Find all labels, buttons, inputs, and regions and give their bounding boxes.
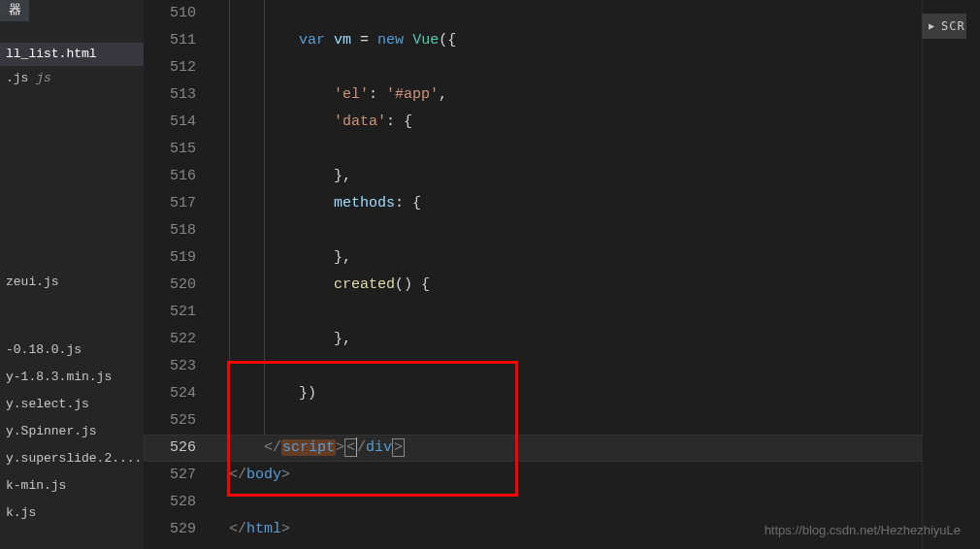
code-line xyxy=(229,353,980,380)
code-line: </script></div> xyxy=(229,435,980,462)
editor-right-lane xyxy=(922,0,980,549)
line-number: 522 xyxy=(144,326,213,353)
sidebar-chip: 器 xyxy=(0,0,29,21)
line-number: 526 xyxy=(144,435,213,462)
line-number: 521 xyxy=(144,299,213,326)
file-item[interactable]: y.select.js xyxy=(0,394,144,415)
line-number: 528 xyxy=(144,489,213,516)
code-line: var vm = new Vue({ xyxy=(229,27,980,54)
line-number: 512 xyxy=(144,54,213,81)
code-line xyxy=(229,489,980,516)
code-line xyxy=(229,407,980,435)
file-item[interactable]: k-min.js xyxy=(0,475,144,497)
line-number: 515 xyxy=(144,136,213,163)
file-item[interactable]: .js js xyxy=(0,68,144,89)
line-number: 527 xyxy=(144,462,213,489)
line-number: 511 xyxy=(144,27,213,54)
file-item[interactable]: -0.18.0.js xyxy=(0,339,144,361)
file-item[interactable]: y.superslide.2.... xyxy=(0,448,144,469)
line-number: 510 xyxy=(144,0,213,27)
file-item[interactable]: y-1.8.3.min.js xyxy=(0,367,144,388)
line-number: 516 xyxy=(144,163,213,190)
code-line: }) xyxy=(229,380,980,407)
file-item[interactable]: k.js xyxy=(0,502,144,524)
code-line xyxy=(229,299,980,326)
file-explorer: 器 ll_list.html .js jszeui.js-0.18.0.jsy-… xyxy=(0,0,144,549)
code-line: 'data': { xyxy=(229,109,980,136)
chevron-right-icon: ▶ xyxy=(922,20,941,32)
line-number: 524 xyxy=(144,380,213,407)
code-line xyxy=(229,217,980,244)
code-editor[interactable]: 5105115125135145155165175185195205215225… xyxy=(144,0,980,549)
line-number: 523 xyxy=(144,353,213,380)
code-line: methods: { xyxy=(229,190,980,217)
file-item[interactable]: y.Spinner.js xyxy=(0,421,144,442)
code-line: }, xyxy=(229,163,980,190)
code-line: created() { xyxy=(229,272,980,299)
breadcrumb-overflow-label: SCR xyxy=(941,19,965,33)
line-number-gutter: 5105115125135145155165175185195205215225… xyxy=(144,0,213,549)
code-line: }, xyxy=(229,244,980,272)
line-number: 513 xyxy=(144,81,213,109)
code-line: </body> xyxy=(229,462,980,489)
code-line: 'el': '#app', xyxy=(229,81,980,109)
watermark-text: https://blog.csdn.net/HezhezhiyuLe xyxy=(765,523,961,537)
line-number: 519 xyxy=(144,244,213,272)
code-line: }, xyxy=(229,326,980,353)
code-line xyxy=(229,54,980,81)
file-item[interactable]: zeui.js xyxy=(0,272,144,293)
line-number: 518 xyxy=(144,217,213,244)
code-area[interactable]: var vm = new Vue({ 'el': '#app', 'data':… xyxy=(229,0,980,549)
code-line xyxy=(229,136,980,163)
code-line xyxy=(229,0,980,27)
line-number: 514 xyxy=(144,109,213,136)
line-number: 520 xyxy=(144,272,213,299)
breadcrumb-overflow-button[interactable]: ▶ SCR xyxy=(922,14,966,39)
line-number: 517 xyxy=(144,190,213,217)
line-number: 529 xyxy=(144,516,213,543)
line-number: 525 xyxy=(144,407,213,435)
active-file-tab[interactable]: ll_list.html xyxy=(0,43,144,66)
